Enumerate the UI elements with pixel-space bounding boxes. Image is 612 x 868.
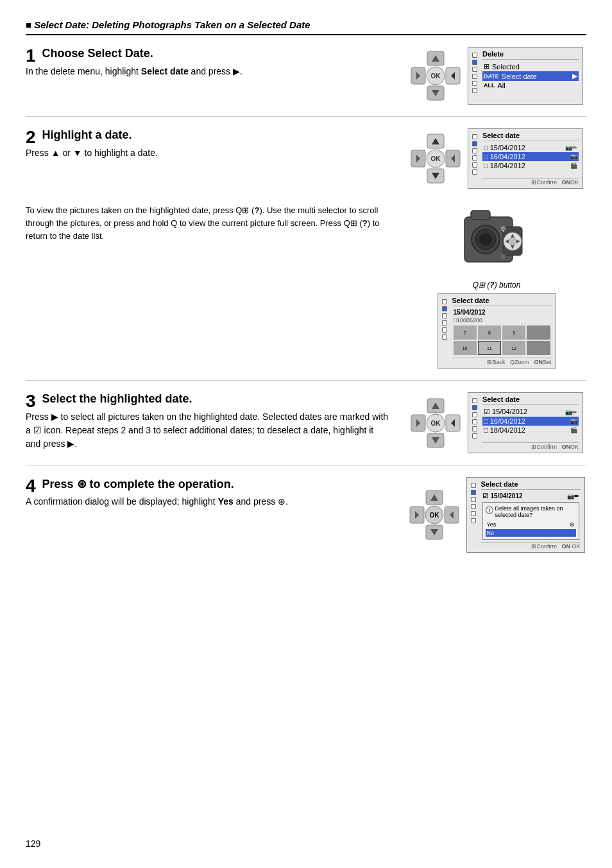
step-4-controls: OK Select date ☑ 1 (409, 477, 585, 553)
thumbnail-grid: 7 8 9 10 11 12 (452, 324, 552, 356)
s2-dot-5 (472, 162, 477, 168)
s4-dot-6 (471, 518, 476, 523)
warning-icon: ⓘ (486, 505, 493, 516)
all-icon: ALL (484, 82, 495, 89)
step-2b-screen: Select date 15/04/2012 □10005200 7 8 9 1… (438, 293, 556, 369)
sidebar-dot-5 (472, 81, 477, 86)
screen3-item-2: □ 16/04/2012 📷 (482, 417, 579, 426)
s2-dot-2 (472, 141, 477, 146)
svg-point-34 (500, 254, 506, 260)
step-2-main: 2 Highlight a date. Press ▲ or ▼ to high… (26, 128, 586, 189)
dpad-right-button[interactable]: OK (410, 50, 461, 101)
step-1-controls: OK Delete ⊞ (410, 47, 583, 105)
step-4-number: 4 (26, 477, 36, 495)
screen1-title: Delete (482, 50, 579, 60)
screen2-item-2: □ 16/04/2012 📷 (482, 152, 579, 161)
s4-dot-3 (471, 497, 476, 502)
badge3: 🎬 (570, 162, 577, 169)
dpad-updown-button[interactable]: OK (410, 133, 461, 184)
step-2b-content: Select date 15/04/2012 □10005200 7 8 9 1… (452, 297, 552, 365)
step-4-inner: Select date ☑ 15/04/2012 📷✏ ⓘ Delete all… (471, 480, 581, 550)
item-icon: ⊞ (484, 62, 489, 71)
step-2-controls: OK Selec (410, 128, 583, 189)
svg-rect-24 (471, 211, 490, 220)
sidebar-dot-6 (472, 88, 477, 93)
thumb-7: 12 (502, 341, 525, 355)
screen2-item-3: □ 18/04/2012 🎬 (482, 161, 579, 170)
screen3-item-3: □ 18/04/2012 🎬 (482, 426, 579, 435)
step-4-section: 4 Press ⊛ to complete the operation. A c… (26, 465, 586, 564)
step-3-sidebar (472, 395, 481, 450)
s2b-dot-1 (442, 299, 447, 304)
step-2-screen-inner: Select date □ 15/04/2012 📷✏ □ 16/04/2012… (472, 132, 579, 186)
arrow-right-icon: ▶ (572, 72, 577, 80)
page-title: Select Date: Deleting Photographs Taken … (26, 19, 586, 35)
screen3-item-1: ☑ 15/04/2012 📷✏ (482, 407, 579, 417)
option-yes: Yes ⊛ (486, 521, 576, 528)
s3-dot-1 (472, 398, 477, 403)
s3-dot-4 (472, 419, 477, 424)
s2b-dot-5 (442, 327, 447, 333)
step-2-sidebar (472, 132, 481, 186)
s2b-dot-6 (442, 334, 447, 340)
step-2-body: Press ▲ or ▼ to highlight a date. (26, 146, 390, 160)
screen1-item-2: DATE Select date ▶ (482, 71, 579, 81)
confirmation-dialog: ⓘ Delete all images taken on selected da… (482, 502, 579, 540)
step-2b-inner: Select date 15/04/2012 □10005200 7 8 9 1… (442, 297, 552, 365)
s2b-dot-2 (442, 306, 447, 311)
s4-dot-4 (471, 504, 476, 509)
step-4-right: OK Select date ☑ 1 (407, 477, 586, 553)
step-2-left: 2 Highlight a date. Press ▲ or ▼ to high… (26, 128, 396, 189)
step-2-title: 2 Highlight a date. (26, 128, 390, 142)
s3-dot-5 (472, 426, 477, 431)
s4-dot-2 (471, 490, 476, 495)
s2b-dot-4 (442, 320, 447, 326)
step-3-section: 3 Select the highlighted date. Press ▶ t… (26, 381, 586, 465)
s4-dot-5 (471, 511, 476, 516)
sidebar-dot-1 (472, 53, 477, 58)
screen2b-footer: ⊞Back QZoom ONSet (452, 358, 552, 365)
camera-body-illustration: Q (461, 204, 532, 277)
dialog-message: Delete all images taken on selected date… (495, 505, 576, 518)
screen4-footer: ⊞Confirm ON OK (481, 542, 581, 550)
dpad-right2-button[interactable]: OK (410, 397, 461, 449)
step-3-left: 3 Select the highlighted date. Press ▶ t… (26, 392, 396, 453)
step-3-screen-inner: Select date ☑ 15/04/2012 📷✏ □ 16/04/2012… (472, 395, 579, 450)
screen2-footer: ⊞Confirm ONOK (482, 178, 579, 186)
step-3-body: Press ▶ to select all pictures taken on … (26, 410, 390, 451)
step-3-controls: OK Select date ☑ 1 (410, 392, 583, 453)
screen-content: Delete ⊞ Selected DATE Select date ▶ ALL… (482, 50, 579, 101)
svg-point-23 (479, 233, 492, 246)
svg-text:OK: OK (431, 420, 441, 427)
screen2-item-1: □ 15/04/2012 📷✏ (482, 143, 579, 152)
step-2-screen: Select date □ 15/04/2012 📷✏ □ 16/04/2012… (468, 128, 583, 189)
screen1-item-3: ALL All (482, 81, 579, 90)
step-4-screen: Select date ☑ 15/04/2012 📷✏ ⓘ Delete all… (466, 477, 585, 553)
thumb-2: 8 (478, 326, 501, 340)
step-2-number: 2 (26, 128, 36, 146)
thumb-6: 11 (478, 341, 501, 355)
screen2-title: Select date (482, 132, 579, 141)
s2-dot-6 (472, 169, 477, 175)
dpad-ok-button[interactable]: OK (409, 489, 460, 541)
step-3-title: 3 Select the highlighted date. (26, 392, 390, 406)
step-1-body: In the delete menu, highlight Select dat… (26, 65, 390, 78)
date-icon: DATE (484, 73, 499, 80)
step-2b-sidebar (442, 297, 451, 365)
step-1-left: 1 Choose Select Date. In the delete menu… (26, 47, 396, 105)
step-4-sidebar (471, 480, 480, 550)
screen1-item-1: ⊞ Selected (482, 62, 579, 71)
step-4-title: 4 Press ⊛ to complete the operation. (26, 477, 390, 491)
s4-badge: 📷✏ (567, 493, 579, 499)
thumb-8 (527, 341, 550, 355)
step-1-title: 1 Choose Select Date. (26, 47, 390, 60)
sidebar-dot-4 (472, 74, 477, 79)
dialog-content: ⓘ Delete all images taken on selected da… (486, 505, 576, 518)
s2-dot-4 (472, 155, 477, 161)
s3-dot-6 (472, 433, 477, 438)
option-no: No (486, 529, 576, 537)
s3-badge1: 📷✏ (565, 409, 577, 415)
check-icon: ☑ (482, 492, 488, 499)
step-1-screen: Delete ⊞ Selected DATE Select date ▶ ALL… (468, 47, 583, 105)
thumb-4 (527, 326, 550, 340)
